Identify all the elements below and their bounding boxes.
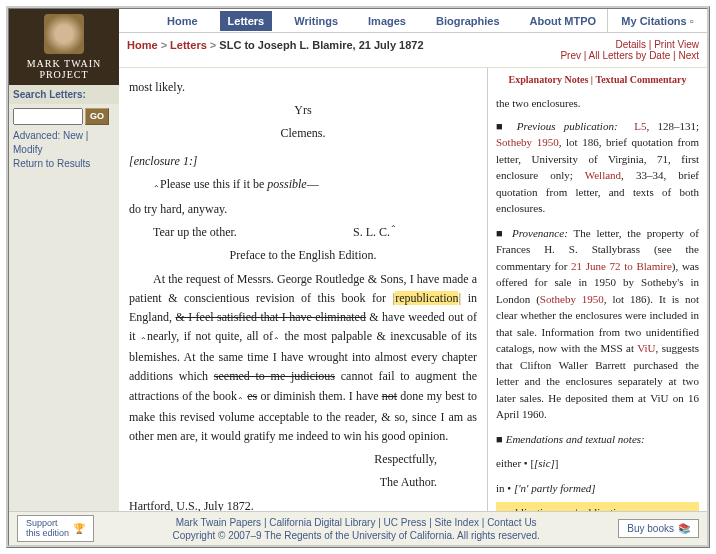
- buy-books-button[interactable]: Buy books 📚: [618, 519, 699, 538]
- commentary-link[interactable]: 21 June 72 to Blamire: [571, 260, 672, 272]
- all-letters-link[interactable]: All Letters by Date: [589, 50, 671, 61]
- breadcrumb-home[interactable]: Home: [127, 39, 158, 51]
- search-input[interactable]: [13, 108, 83, 125]
- return-results-link[interactable]: Return to Results: [13, 158, 90, 169]
- doc-text: The Author.: [129, 473, 477, 492]
- details-link[interactable]: Details: [615, 39, 646, 50]
- doc-text: do try hard, anyway.: [129, 200, 477, 219]
- print-view-link[interactable]: Print View: [654, 39, 699, 50]
- logo-line2: PROJECT: [39, 69, 88, 80]
- logo-line1: MARK TWAIN: [27, 58, 102, 69]
- citations-icon: ▫: [690, 15, 694, 27]
- tab-explanatory[interactable]: Explanatory Notes: [509, 74, 589, 85]
- sotheby-link[interactable]: Sotheby 1950: [496, 136, 559, 148]
- advanced-new-link[interactable]: New: [63, 130, 83, 141]
- advanced-modify-link[interactable]: Modify: [13, 144, 42, 155]
- doc-text: most likely.: [129, 78, 477, 97]
- top-right-links: Details | Print View Prev | All Letters …: [560, 39, 699, 61]
- emendations-header: ■ Emendations and textual notes:: [496, 429, 699, 450]
- tab-textual[interactable]: Textual Commentary: [595, 74, 686, 85]
- next-link[interactable]: Next: [678, 50, 699, 61]
- emend-entry: either • [[sic]]: [496, 453, 699, 474]
- document-pane[interactable]: most likely. Yrs Clemens. [enclosure 1:]…: [119, 68, 487, 511]
- enclosure-1-label: [enclosure 1:]: [129, 152, 477, 171]
- doc-text: Clemens.: [129, 124, 477, 143]
- doc-text: Respectfully,: [129, 450, 477, 469]
- search-header: Search Letters:: [9, 85, 119, 104]
- preface-title: Preface to the English Edition.: [129, 246, 477, 265]
- copyright: Copyright © 2007–9 The Regents of the Un…: [94, 529, 618, 542]
- sotheby-link-2[interactable]: Sotheby 1950: [540, 293, 604, 305]
- support-button[interactable]: Support this edition 🏆: [17, 515, 94, 543]
- my-citations-button[interactable]: My Citations ▫: [607, 9, 707, 32]
- nav-about[interactable]: About MTPO: [522, 11, 605, 31]
- logo: MARK TWAIN PROJECT: [9, 9, 119, 85]
- nav-biographies[interactable]: Biographies: [428, 11, 508, 31]
- emend-entry: in • ['n' partly formed]: [496, 478, 699, 499]
- trophy-icon: 🏆: [73, 523, 85, 534]
- nav-images[interactable]: Images: [360, 11, 414, 31]
- doc-text: Hartford, U.S., July 1872.: [129, 497, 477, 511]
- main-paragraph: At the request of Messrs. George Routled…: [129, 270, 477, 447]
- main-nav: Home Letters Writings Images Biographies…: [119, 9, 607, 32]
- breadcrumb-letters[interactable]: Letters: [170, 39, 207, 51]
- doc-text: ⌃Please use this if it be possible—: [129, 175, 477, 196]
- nav-letters[interactable]: Letters: [220, 11, 273, 31]
- footer: Support this edition 🏆 Mark Twain Papers…: [9, 511, 707, 545]
- notes-text: the two enclosures.: [496, 95, 699, 112]
- breadcrumb: Home > Letters > SLC to Joseph L. Blamir…: [127, 39, 560, 61]
- emend-entry-highlighted: republication • re-|publication: [496, 502, 699, 511]
- doc-text: Yrs: [129, 101, 477, 120]
- welland-link[interactable]: Welland: [585, 169, 621, 181]
- books-icon: 📚: [678, 523, 690, 534]
- notes-pane[interactable]: Explanatory Notes | Textual Commentary t…: [487, 68, 707, 511]
- l5-link[interactable]: L5: [634, 120, 646, 132]
- doc-text: Tear up the other. S. L. C.⌃: [129, 223, 477, 242]
- provenance: ■ Provenance: The letter, the property o…: [496, 223, 699, 425]
- prev-link[interactable]: Prev: [560, 50, 581, 61]
- viu-link[interactable]: ViU: [637, 342, 655, 354]
- breadcrumb-title: SLC to Joseph L. Blamire, 21 July 1872: [219, 39, 423, 51]
- nav-writings[interactable]: Writings: [286, 11, 346, 31]
- nav-home[interactable]: Home: [159, 11, 206, 31]
- previous-publication: ■ Previous publication: L5, 128–131; Sot…: [496, 116, 699, 219]
- go-button[interactable]: GO: [85, 108, 109, 125]
- advanced-label: Advanced:: [13, 130, 60, 141]
- footer-links[interactable]: Mark Twain Papers | California Digital L…: [94, 516, 618, 529]
